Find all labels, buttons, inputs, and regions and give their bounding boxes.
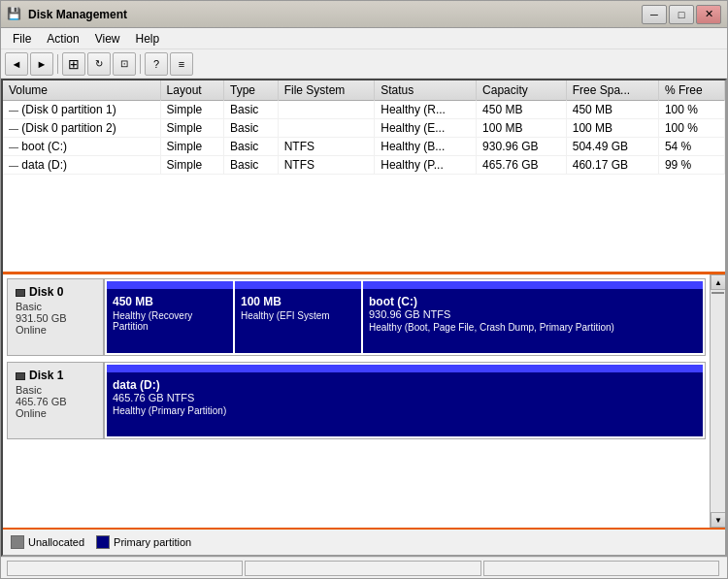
col-filesystem[interactable]: File System [278, 80, 375, 101]
legend-primary-color [96, 535, 110, 549]
disk-status-1: Online [16, 407, 95, 419]
legend-primary: Primary partition [96, 535, 191, 549]
close-button[interactable]: ✕ [696, 5, 721, 24]
refresh-button[interactable]: ↻ [87, 52, 111, 76]
forward-button[interactable]: ► [30, 52, 53, 76]
partition-header-1-0 [107, 365, 703, 372]
table-row[interactable]: — (Disk 0 partition 2)SimpleBasicHealthy… [3, 119, 725, 138]
partition-status-0-1: Healthy (EFI System [241, 310, 355, 321]
cell-5: 450 MB [566, 101, 658, 119]
status-bar [1, 557, 727, 578]
partition-name-0-1: 100 MB [241, 295, 355, 308]
window-controls: ─ □ ✕ [642, 5, 721, 24]
minimize-button[interactable]: ─ [642, 5, 667, 24]
cell-6: 100 % [658, 119, 724, 138]
cell-6: 100 % [658, 101, 724, 119]
cell-4: 100 MB [477, 119, 567, 138]
col-free[interactable]: Free Spa... [566, 80, 658, 101]
col-capacity[interactable]: Capacity [477, 80, 567, 101]
partition-1-0[interactable]: data (D:) 465.76 GB NTFS Healthy (Primar… [107, 365, 703, 436]
status-panel-1 [7, 561, 243, 576]
scroll-down-button[interactable]: ▼ [711, 512, 725, 528]
disk-size-1: 465.76 GB [16, 396, 95, 407]
partition-status-1-0: Healthy (Primary Partition) [113, 405, 697, 416]
partition-name-1-0: data (D:) [113, 378, 697, 392]
disk-area-wrapper: Disk 0 Basic 931.50 GB Online 450 MB Hea… [3, 274, 725, 528]
disk-properties-button[interactable]: ⊞ [62, 52, 85, 76]
partition-content-1-0: data (D:) 465.76 GB NTFS Healthy (Primar… [113, 378, 697, 416]
menu-help[interactable]: Help [128, 30, 168, 48]
toolbar: ◄ ► ⊞ ↻ ⊡ ? ≡ [1, 49, 727, 79]
cell-0: Simple [160, 138, 223, 156]
partition-0-0[interactable]: 450 MB Healthy (Recovery Partition [107, 281, 233, 353]
cell-1: Basic [223, 156, 278, 175]
rescan-button[interactable]: ⊡ [113, 52, 136, 76]
disk-item-1: Disk 1 Basic 465.76 GB Online data (D:) … [7, 362, 706, 439]
disk-area: Disk 0 Basic 931.50 GB Online 450 MB Hea… [3, 274, 710, 528]
cell-3: Healthy (P... [375, 156, 477, 175]
menu-file[interactable]: File [5, 30, 39, 48]
partition-content-0-0: 450 MB Healthy (Recovery Partition [113, 295, 227, 332]
cell-4: 930.96 GB [477, 138, 567, 156]
cell-2 [278, 119, 375, 138]
table-row[interactable]: — boot (C:)SimpleBasicNTFSHealthy (B...9… [3, 138, 725, 156]
legend-unallocated: Unallocated [11, 535, 84, 549]
volume-table-area: Volume Layout Type File System Status Ca… [3, 80, 725, 274]
cell-volume: — (Disk 0 partition 1) [3, 101, 160, 119]
scroll-thumb[interactable] [711, 292, 724, 294]
disk-type-1: Basic [16, 384, 95, 396]
partition-0-1[interactable]: 100 MB Healthy (EFI System [235, 281, 361, 353]
cell-4: 465.76 GB [477, 156, 567, 175]
status-panel-2 [245, 561, 480, 576]
toolbar-separator-1 [57, 54, 58, 74]
partition-header-0-0 [107, 281, 233, 289]
disk-status-0: Online [16, 324, 95, 336]
main-content: Volume Layout Type File System Status Ca… [1, 79, 727, 557]
maximize-button[interactable]: □ [669, 5, 694, 24]
table-row[interactable]: — data (D:)SimpleBasicNTFSHealthy (P...4… [3, 156, 725, 175]
partition-size-0-2: 930.96 GB NTFS [369, 308, 697, 320]
scroll-up-button[interactable]: ▲ [711, 274, 725, 290]
help-button[interactable]: ? [145, 52, 168, 76]
cell-2 [278, 101, 375, 119]
legend: Unallocated Primary partition [3, 528, 725, 555]
col-pct-free[interactable]: % Free [658, 80, 724, 101]
disk-size-0: 931.50 GB [16, 312, 95, 324]
back-button[interactable]: ◄ [5, 52, 28, 76]
table-row[interactable]: — (Disk 0 partition 1)SimpleBasicHealthy… [3, 101, 725, 119]
cell-4: 450 MB [477, 101, 567, 119]
partition-name-0-0: 450 MB [113, 295, 227, 308]
col-volume[interactable]: Volume [3, 80, 160, 101]
status-panel-3 [483, 561, 719, 576]
partition-status-0-2: Healthy (Boot, Page File, Crash Dump, Pr… [369, 322, 697, 333]
cell-5: 460.17 GB [566, 156, 658, 175]
menu-view[interactable]: View [87, 30, 128, 48]
title-bar: 💾 Disk Management ─ □ ✕ [1, 1, 727, 28]
col-type[interactable]: Type [223, 80, 278, 101]
cell-1: Basic [223, 138, 278, 156]
partition-size-1-0: 465.76 GB NTFS [113, 392, 697, 403]
cell-1: Basic [223, 101, 278, 119]
partition-status-0-0: Healthy (Recovery Partition [113, 310, 227, 332]
cell-0: Simple [160, 101, 223, 119]
cell-5: 504.49 GB [566, 138, 658, 156]
menu-bar: File Action View Help [1, 28, 727, 49]
settings-button[interactable]: ≡ [170, 52, 193, 76]
app-icon: 💾 [7, 7, 22, 22]
partition-header-0-1 [235, 281, 361, 289]
partition-0-2[interactable]: boot (C:) 930.96 GB NTFS Healthy (Boot, … [363, 281, 703, 353]
disk-partitions-0: 450 MB Healthy (Recovery Partition 100 M… [105, 279, 705, 355]
col-layout[interactable]: Layout [160, 80, 223, 101]
disk-name-1: Disk 1 [16, 369, 95, 382]
partition-content-0-1: 100 MB Healthy (EFI System [241, 295, 355, 321]
cell-3: Healthy (B... [375, 138, 477, 156]
menu-action[interactable]: Action [39, 30, 86, 48]
disk-type-0: Basic [16, 301, 95, 312]
disk-name-0: Disk 0 [16, 285, 95, 299]
main-window: 💾 Disk Management ─ □ ✕ File Action View… [0, 0, 728, 579]
cell-6: 99 % [658, 156, 724, 175]
cell-0: Simple [160, 119, 223, 138]
cell-volume: — (Disk 0 partition 2) [3, 119, 160, 138]
partition-name-0-2: boot (C:) [369, 295, 697, 308]
col-status[interactable]: Status [375, 80, 477, 101]
